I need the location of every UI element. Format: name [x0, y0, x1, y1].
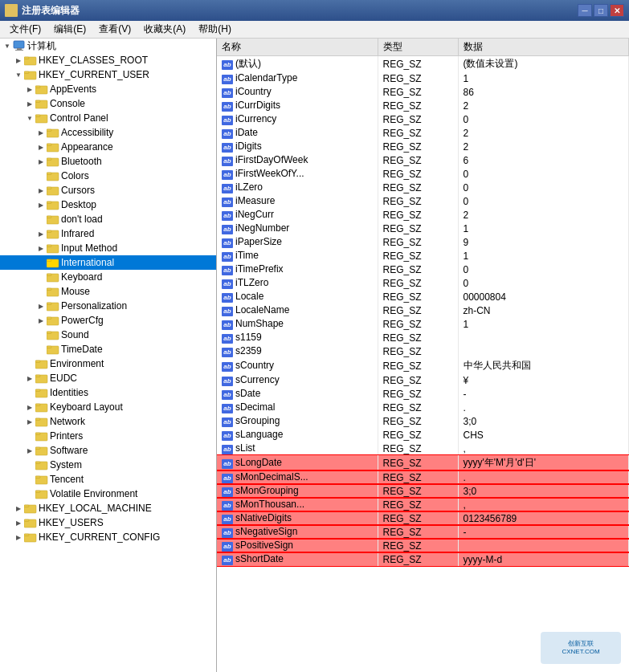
table-row[interactable]: abiCountryREG_SZ86	[217, 85, 629, 99]
tree-expander-identities[interactable]	[24, 387, 35, 398]
tree-item-appearance[interactable]: Appearance	[0, 140, 216, 154]
table-row[interactable]: absCountryREG_SZ中华人民共和国	[217, 358, 629, 373]
tree-expander-computer[interactable]	[2, 40, 13, 51]
tree-expander-printers[interactable]	[24, 430, 35, 442]
tree-expander-hkcc[interactable]	[13, 531, 24, 543]
table-row[interactable]: abiLZeroREG_SZ0	[217, 181, 629, 194]
tree-item-international[interactable]: International	[0, 255, 216, 270]
tree-item-infrared[interactable]: Infrared	[0, 226, 216, 241]
table-row[interactable]: abiNegCurrREG_SZ2	[217, 208, 629, 222]
table-row[interactable]: abLocaleREG_SZ00000804	[217, 290, 629, 303]
tree-expander-timedate[interactable]	[35, 344, 47, 355]
tree-item-powercfg[interactable]: PowerCfg	[0, 313, 216, 328]
table-row[interactable]: absLongDateREG_SZyyyy'年'M'月'd'日'	[217, 455, 629, 470]
tree-item-hklm[interactable]: HKEY_LOCAL_MACHINE	[0, 501, 216, 515]
table-row[interactable]: ab(默认)REG_SZ(数值未设置)	[217, 56, 629, 72]
table-row[interactable]: abiMeasureREG_SZ0	[217, 194, 629, 208]
tree-item-inputmethod[interactable]: Input Method	[0, 241, 216, 255]
tree-expander-international[interactable]	[35, 257, 47, 268]
tree-expander-bluetooth[interactable]	[35, 156, 47, 167]
table-row[interactable]: absNegativeSignREG_SZ-	[217, 525, 629, 539]
tree-expander-appevents[interactable]	[24, 83, 35, 95]
tree-expander-volatile[interactable]	[24, 488, 35, 499]
tree-item-accessibility[interactable]: Accessibility	[0, 125, 216, 140]
tree-item-hkcu[interactable]: HKEY_CURRENT_USER	[0, 67, 216, 82]
tree-expander-eudc[interactable]	[24, 373, 35, 384]
tree-expander-personalization[interactable]	[35, 300, 47, 312]
table-row[interactable]: absMonThousan...REG_SZ,	[217, 498, 629, 511]
values-scroll[interactable]: 名称 类型 数据 ab(默认)REG_SZ(数值未设置)abiCalendarT…	[217, 39, 629, 672]
tree-expander-mouse[interactable]	[35, 286, 47, 297]
minimize-button[interactable]: ─	[578, 4, 592, 17]
tree-item-hku[interactable]: HKEY_USERS	[0, 515, 216, 530]
table-row[interactable]: absDecimalREG_SZ.	[217, 401, 629, 414]
close-button[interactable]: ✕	[610, 4, 624, 17]
table-row[interactable]: absShortDateREG_SZyyyy-M-d	[217, 552, 629, 566]
tree-item-keyboard[interactable]: Keyboard	[0, 270, 216, 284]
tree-item-cursors[interactable]: Cursors	[0, 183, 216, 198]
table-row[interactable]: absMonGroupingREG_SZ3;0	[217, 484, 629, 498]
table-row[interactable]: absLanguageREG_SZCHS	[217, 428, 629, 442]
tree-item-bluetooth[interactable]: Bluetooth	[0, 154, 216, 169]
table-row[interactable]: abiTimePrefixREG_SZ0	[217, 263, 629, 276]
tree-expander-infrared[interactable]	[35, 228, 47, 239]
tree-expander-hkcr[interactable]	[13, 55, 24, 66]
tree-item-computer[interactable]: 计算机	[0, 39, 216, 53]
tree-item-software[interactable]: Software	[0, 443, 216, 458]
menu-file[interactable]: 文件(F)	[3, 21, 47, 38]
table-row[interactable]: absDateREG_SZ-	[217, 387, 629, 401]
tree-item-printers[interactable]: Printers	[0, 429, 216, 443]
menu-help[interactable]: 帮助(H)	[192, 21, 238, 38]
table-row[interactable]: abiFirstDayOfWeekREG_SZ6	[217, 153, 629, 167]
table-row[interactable]: abiCurrDigitsREG_SZ2	[217, 99, 629, 112]
table-row[interactable]: abiTLZeroREG_SZ0	[217, 276, 629, 290]
tree-expander-system[interactable]	[24, 459, 35, 470]
tree-expander-hklm[interactable]	[13, 503, 24, 514]
tree-expander-hku[interactable]	[13, 517, 24, 528]
tree-expander-cursors[interactable]	[35, 185, 47, 196]
table-row[interactable]: abLocaleNameREG_SZzh-CN	[217, 303, 629, 317]
tree-item-desktop[interactable]: Desktop	[0, 198, 216, 212]
tree-expander-keyboardlayout[interactable]	[24, 401, 35, 413]
tree-item-hkcc[interactable]: HKEY_CURRENT_CONFIG	[0, 530, 216, 544]
tree-item-network[interactable]: Network	[0, 414, 216, 429]
maximize-button[interactable]: □	[594, 4, 608, 17]
tree-item-personalization[interactable]: Personalization	[0, 299, 216, 313]
tree-item-system[interactable]: System	[0, 458, 216, 472]
table-row[interactable]: abs2359REG_SZ	[217, 344, 629, 358]
table-row[interactable]: abiTimeREG_SZ1	[217, 249, 629, 263]
tree-expander-accessibility[interactable]	[35, 127, 47, 138]
table-row[interactable]: abiDigitsREG_SZ2	[217, 140, 629, 153]
tree-expander-inputmethod[interactable]	[35, 242, 47, 254]
tree-expander-network[interactable]	[24, 416, 35, 427]
tree-item-environment[interactable]: Environment	[0, 356, 216, 371]
menu-view[interactable]: 查看(V)	[92, 21, 137, 38]
tree-item-eudc[interactable]: EUDC	[0, 371, 216, 385]
tree-expander-dontload[interactable]	[35, 214, 47, 225]
tree-item-mouse[interactable]: Mouse	[0, 284, 216, 299]
table-row[interactable]: abiCurrencyREG_SZ0	[217, 112, 629, 126]
tree-expander-software[interactable]	[24, 445, 35, 456]
tree-item-volatile[interactable]: Volatile Environment	[0, 487, 216, 501]
table-row[interactable]: absPositiveSignREG_SZ	[217, 539, 629, 552]
tree-item-dontload[interactable]: don't load	[0, 212, 216, 226]
tree-expander-hkcu[interactable]	[13, 69, 24, 80]
table-row[interactable]: abiDateREG_SZ2	[217, 126, 629, 140]
tree-item-console[interactable]: Console	[0, 96, 216, 111]
menu-edit[interactable]: 编辑(E)	[47, 21, 92, 38]
tree-item-keyboardlayout[interactable]: Keyboard Layout	[0, 400, 216, 414]
tree-expander-controlpanel[interactable]	[24, 112, 35, 124]
table-row[interactable]: abs1159REG_SZ	[217, 331, 629, 344]
table-row[interactable]: absListREG_SZ,	[217, 442, 629, 455]
tree-expander-tencent[interactable]	[24, 474, 35, 485]
table-row[interactable]: absCurrencyREG_SZ¥	[217, 373, 629, 387]
table-row[interactable]: abiFirstWeekOfY...REG_SZ0	[217, 167, 629, 181]
tree-expander-keyboard[interactable]	[35, 271, 47, 283]
table-row[interactable]: abiNegNumberREG_SZ1	[217, 222, 629, 235]
tree-expander-powercfg[interactable]	[35, 315, 47, 326]
tree-item-sound[interactable]: Sound	[0, 328, 216, 342]
table-row[interactable]: absMonDecimalS...REG_SZ.	[217, 470, 629, 484]
tree-expander-console[interactable]	[24, 98, 35, 109]
tree-item-appevents[interactable]: AppEvents	[0, 82, 216, 96]
menu-favorites[interactable]: 收藏夹(A)	[137, 21, 192, 38]
